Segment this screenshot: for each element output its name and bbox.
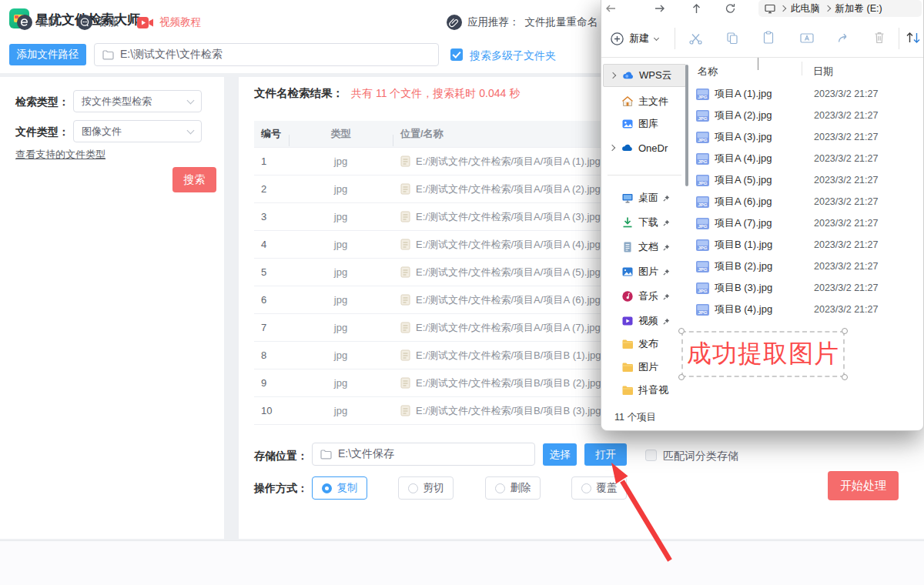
sidebar-item-music[interactable]: 音乐 (603, 285, 686, 308)
delete-icon[interactable] (873, 31, 886, 45)
sidebar-item-downloads[interactable]: 下载 (603, 211, 686, 234)
svg-text:JPG: JPG (698, 94, 707, 99)
breadcrumb-this-pc[interactable]: 此电脑 (791, 2, 820, 15)
file-list-item[interactable]: JPG 项目A (3).jpg 2023/3/2 21:27 (690, 126, 921, 148)
radio-dot-icon (581, 483, 591, 493)
footer-video-link[interactable]: 视频教程 (137, 0, 201, 45)
file-list-item[interactable]: JPG 项目B (1).jpg 2023/3/2 21:27 (690, 234, 921, 256)
resize-handle[interactable] (842, 374, 848, 380)
classify-checkbox-label[interactable]: 匹配词分类存储 (663, 450, 738, 463)
resize-handle[interactable] (842, 328, 848, 334)
resize-handle[interactable] (678, 328, 685, 334)
jpg-file-icon: JPG (696, 282, 709, 294)
file-list-item[interactable]: JPG 项目B (3).jpg 2023/3/2 21:27 (690, 277, 921, 299)
radio-overwrite[interactable]: 覆盖 (571, 476, 627, 500)
add-path-button[interactable]: 添加文件路径 (9, 44, 86, 65)
file-list-item[interactable]: JPG 项目A (1).jpg 2023/3/2 21:27 (690, 83, 921, 105)
copy-icon[interactable] (726, 32, 738, 45)
sidebar-scrollbar[interactable] (685, 65, 688, 186)
radio-cut[interactable]: 剪切 (398, 476, 454, 500)
document-icon (621, 241, 634, 253)
sidebar-item-home[interactable]: 主文件 (603, 90, 686, 113)
chevron-down-icon (187, 126, 195, 134)
chevron-down-icon (187, 96, 195, 104)
annotation-callout[interactable]: 成功提取图片 (681, 331, 845, 377)
pin-icon (663, 269, 670, 276)
svg-text:JPG: JPG (698, 115, 707, 120)
left-panel (0, 77, 224, 539)
videos-icon (621, 315, 634, 327)
music-icon (621, 290, 634, 303)
cut-icon[interactable] (689, 32, 702, 45)
breadcrumb-drive[interactable]: 新加卷 (E:) (835, 2, 882, 15)
resize-handle[interactable] (678, 374, 685, 380)
jpg-file-icon: JPG (696, 304, 709, 316)
file-list-item[interactable]: JPG 项目B (4).jpg 2023/3/2 21:27 (690, 299, 921, 320)
radio-copy[interactable]: 复制 (312, 476, 367, 500)
pin-icon (663, 293, 670, 300)
radio-dot-icon (495, 483, 505, 493)
folder-icon (102, 50, 114, 60)
sidebar-item-folder-douyin[interactable]: 抖音视 (603, 379, 686, 402)
sort-icon[interactable] (905, 31, 922, 45)
sidebar-item-documents[interactable]: 文档 (603, 236, 686, 259)
subfolder-checkbox[interactable] (450, 48, 463, 61)
sidebar-item-videos[interactable]: 视频 (603, 309, 686, 333)
chevron-down-icon (654, 35, 659, 40)
sidebar-item-gallery[interactable]: 图库 (603, 112, 686, 135)
rename-icon[interactable] (800, 32, 814, 44)
sidebar-item-desktop[interactable]: 桌面 (603, 186, 686, 209)
file-list-item[interactable]: JPG 项目A (5).jpg 2023/3/2 21:27 (690, 169, 921, 191)
file-list-item[interactable]: JPG 项目A (4).jpg 2023/3/2 21:27 (690, 148, 921, 169)
file-list-item[interactable]: JPG 项目A (2).jpg 2023/3/2 21:27 (690, 105, 921, 126)
download-icon (621, 216, 634, 229)
new-button[interactable]: 新建 (611, 28, 658, 49)
file-list-item[interactable]: JPG 项目A (7).jpg 2023/3/2 21:27 (690, 212, 921, 234)
search-button[interactable]: 搜索 (172, 167, 216, 192)
up-icon[interactable] (691, 3, 702, 14)
file-type-select[interactable]: 图像文件 (73, 120, 202, 142)
expand-chevron-icon[interactable] (610, 72, 616, 79)
pin-icon (663, 195, 670, 202)
file-list-item[interactable]: JPG 项目A (6).jpg 2023/3/2 21:27 (690, 191, 921, 212)
refresh-icon[interactable] (725, 3, 736, 14)
back-icon[interactable] (605, 3, 617, 14)
share-icon[interactable] (837, 32, 849, 44)
start-process-button[interactable]: 开始处理 (828, 471, 899, 500)
forward-icon[interactable] (654, 3, 665, 14)
search-path-input[interactable]: E:\测试文件\文件检索 (94, 43, 439, 66)
storage-path-input[interactable]: E:\文件保存 (312, 443, 535, 466)
file-icon (400, 405, 410, 416)
search-type-label: 检索类型： (15, 95, 69, 109)
sidebar-item-wps-cloud[interactable]: WPS云 (603, 64, 686, 87)
file-icon (400, 266, 410, 278)
footer-website-link[interactable]: 官网 (17, 0, 59, 45)
column-header-name[interactable]: 名称 (698, 65, 718, 79)
radio-delete[interactable]: 删除 (485, 476, 541, 500)
sidebar-item-onedrive[interactable]: OneDr (603, 136, 686, 159)
subfolder-checkbox-label[interactable]: 搜索多级子文件夹 (470, 49, 556, 63)
open-button[interactable]: 打开 (584, 443, 627, 466)
column-header-date[interactable]: 日期 (813, 65, 833, 79)
jpg-file-icon: JPG (696, 261, 709, 272)
supported-types-link[interactable]: 查看支持的文件类型 (15, 148, 105, 162)
jpg-file-icon: JPG (696, 218, 709, 229)
search-type-select[interactable]: 按文件类型检索 (73, 90, 202, 112)
sidebar-item-pictures[interactable]: 图片 (603, 260, 686, 283)
footer-recommend-app-link[interactable]: 文件批量重命名 (525, 15, 598, 29)
storage-path-value: E:\文件保存 (338, 447, 394, 461)
paste-icon[interactable] (762, 31, 775, 45)
footer (0, 540, 924, 585)
sidebar-item-folder-pictures[interactable]: 图片 (603, 356, 686, 379)
select-button[interactable]: 选择 (543, 443, 577, 466)
jpg-file-icon: JPG (696, 132, 709, 143)
file-list-item[interactable]: JPG 项目B (2).jpg 2023/3/2 21:27 (690, 256, 921, 277)
sort-caret-icon (758, 58, 758, 70)
sidebar-item-folder-publish[interactable]: 发布 (603, 333, 686, 356)
footer-support-link[interactable]: 客服 (77, 0, 119, 45)
expand-chevron-icon[interactable] (609, 145, 615, 151)
address-bar[interactable]: 此电脑 新加卷 (E:) (758, 0, 922, 17)
classify-checkbox[interactable] (645, 450, 657, 461)
gallery-icon (621, 118, 634, 130)
annotation-text: 成功提取图片 (687, 337, 839, 371)
